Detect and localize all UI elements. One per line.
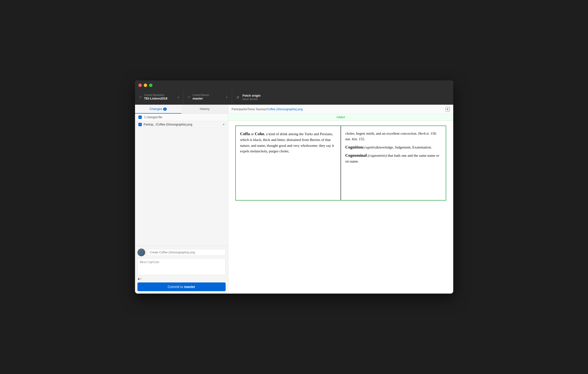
diff-area: Added Coffa or Coho, a kind of drink amo…	[228, 114, 453, 293]
fetch-text: Fetch origin Never fetched	[243, 94, 261, 101]
titlebar	[135, 81, 453, 90]
app-window: ⑂ Current Repository TEI-Lisbon2019 ▾ ⑂ …	[135, 81, 453, 293]
traffic-lights	[138, 84, 152, 87]
book-text-right: choler, begets mirth, and an excellent c…	[341, 126, 446, 200]
branch-chevron-icon: ▾	[226, 96, 227, 99]
description-input[interactable]	[137, 258, 226, 275]
file-checkbox[interactable]: ✓	[138, 123, 142, 126]
file-status-badge: +	[223, 122, 225, 126]
select-all-checkbox[interactable]: ✓	[138, 116, 142, 119]
file-header: Participants/Toma Tasovac/Coffee (Glosso…	[228, 105, 453, 114]
maximize-button[interactable]	[149, 84, 152, 87]
tab-changes[interactable]: Changes1	[135, 105, 181, 114]
repo-chevron-icon: ▾	[178, 96, 179, 99]
book-image: Coffa or Coho, a kind of drink among the…	[235, 125, 446, 201]
repo-section[interactable]: ⑂ Current Repository TEI-Lisbon2019 ▾	[135, 90, 183, 104]
commit-summary-input[interactable]	[147, 249, 226, 256]
right-panel: Participants/Toma Tasovac/Coffee (Glosso…	[228, 105, 453, 293]
branch-section[interactable]: ⑂ Current Branch master ▾	[183, 90, 232, 104]
sidebar-tabs: Changes1 History	[135, 105, 228, 114]
diff-added-header: Added	[228, 114, 453, 121]
co-authors-row: ♟+	[137, 277, 226, 281]
fetch-sub: Never fetched	[243, 98, 261, 101]
refresh-icon: ↺	[236, 95, 239, 99]
commit-button[interactable]: Commit to master	[137, 283, 226, 291]
coauthor-icon: ♟+	[137, 277, 142, 281]
repo-icon: ⑂	[139, 95, 142, 100]
branch-label: Current Branch	[193, 94, 209, 97]
list-item[interactable]: ✓ Particip.../Coffee (Glossographia).png…	[135, 121, 228, 128]
toolbar: ⑂ Current Repository TEI-Lisbon2019 ▾ ⑂ …	[135, 90, 453, 105]
branch-text: Current Branch master	[193, 94, 209, 101]
sidebar: Changes1 History ✓ 1 changed file ✓ Part…	[135, 105, 228, 293]
file-path-highlight: Coffee (Glossographia).png	[267, 108, 303, 111]
file-list: ✓ Particip.../Coffee (Glossographia).png…	[135, 121, 228, 246]
commit-input-row: 👤	[137, 249, 226, 256]
changed-files-count: 1 changed file	[144, 116, 162, 119]
repo-name: TEI-Lisbon2019	[144, 97, 168, 101]
file-path: Participants/Toma Tasovac/Coffee (Glosso…	[232, 108, 445, 111]
add-coauthor-button[interactable]: ♟+	[137, 277, 142, 281]
book-text-left: Coffa or Coho, a kind of drink among the…	[236, 126, 341, 200]
commit-label-pre: Commit to	[168, 285, 184, 289]
add-file-button[interactable]: +	[445, 107, 450, 111]
close-button[interactable]	[138, 84, 142, 87]
avatar: 👤	[137, 249, 145, 256]
commit-area: 👤 ♟+ Commit to master	[135, 246, 228, 293]
image-preview-container: Coffa or Coho, a kind of drink among the…	[228, 121, 453, 205]
branch-name: master	[193, 97, 209, 101]
minimize-button[interactable]	[144, 84, 147, 87]
changed-files-header: ✓ 1 changed file	[135, 114, 228, 121]
repo-label: Current Repository	[144, 94, 168, 97]
fetch-section[interactable]: ↺ Fetch origin Never fetched	[232, 90, 276, 104]
changes-badge: 1	[163, 108, 167, 111]
fetch-label: Fetch origin	[243, 94, 261, 98]
commit-branch-name: master	[184, 285, 195, 289]
main-content: Changes1 History ✓ 1 changed file ✓ Part…	[135, 105, 453, 293]
repo-text: Current Repository TEI-Lisbon2019	[144, 94, 168, 101]
tab-history[interactable]: History	[181, 105, 228, 114]
branch-icon: ⑂	[188, 95, 190, 100]
file-name: Particip.../Coffee (Glossographia).png	[144, 123, 221, 126]
